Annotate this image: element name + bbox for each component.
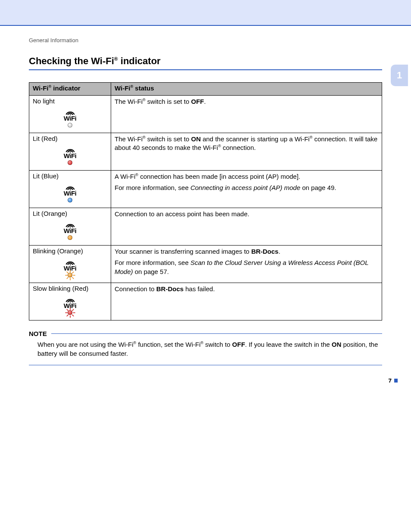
status-cell: Connection to BR-Docs has failed. <box>111 283 382 320</box>
status-cell: Connection to an access point has been m… <box>111 208 382 246</box>
table-row: No lightWiFiThe Wi-Fi® switch is set to … <box>29 96 382 133</box>
wifi-word: WiFi <box>64 190 77 196</box>
table-row: Slow blinking (Red)WiFiConnection to BR-… <box>29 283 382 320</box>
svg-line-15 <box>72 314 73 316</box>
status-cell: A Wi-Fi® connection has been made [in ac… <box>111 171 382 208</box>
wifi-led-icon <box>68 198 72 202</box>
wifi-led-icon <box>68 235 72 240</box>
svg-line-6 <box>72 277 73 278</box>
table-row: Blinking (Orange)WiFiYour scanner is tra… <box>29 246 382 283</box>
indicator-cell: Slow blinking (Red)WiFi <box>29 283 111 320</box>
page-number: 7 <box>388 377 398 383</box>
note-heading-rule <box>51 333 382 334</box>
registered-mark: ® <box>114 56 118 62</box>
chapter-number: 1 <box>397 70 402 81</box>
page-title: Checking the Wi-Fi® indicator <box>29 56 382 67</box>
wifi-icon: WiFi <box>33 220 107 242</box>
svg-line-8 <box>67 277 68 278</box>
table-row: Lit (Red)WiFiThe Wi-Fi® switch is set to… <box>29 133 382 171</box>
wifi-word: WiFi <box>64 115 77 121</box>
indicator-label: Slow blinking (Red) <box>33 285 107 292</box>
svg-line-17 <box>67 314 68 316</box>
heading-text-post: indicator <box>118 56 161 66</box>
heading-rule <box>29 69 382 70</box>
wifi-icon: WiFi <box>33 257 107 279</box>
breadcrumb: General Information <box>29 37 382 44</box>
status-cell: The Wi-Fi® switch is set to OFF. <box>111 96 382 133</box>
svg-line-12 <box>72 272 73 273</box>
wifi-word: WiFi <box>64 227 77 234</box>
indicator-label: Blinking (Orange) <box>33 247 107 255</box>
chapter-side-tab: 1 <box>391 65 408 86</box>
note-title: NOTE <box>29 330 47 337</box>
indicator-cell: Lit (Orange)WiFi <box>29 208 111 246</box>
page-content: 1 General Information Checking the Wi-Fi… <box>29 26 382 383</box>
svg-line-10 <box>67 272 68 273</box>
wifi-icon: WiFi <box>33 107 107 129</box>
indicator-label: Lit (Blue) <box>33 172 107 180</box>
svg-line-19 <box>67 309 68 311</box>
wifi-icon: WiFi <box>33 145 107 167</box>
status-cell: The Wi-Fi® switch is set to ON and the s… <box>111 133 382 171</box>
indicator-label: Lit (Red) <box>33 135 107 142</box>
table-row: Lit (Blue)WiFiA Wi-Fi® connection has be… <box>29 171 382 208</box>
wifi-indicator-table: Wi-Fi® indicator Wi-Fi® status No lightW… <box>29 82 382 320</box>
wifi-led-icon <box>68 160 72 165</box>
note-heading-row: NOTE <box>29 330 382 337</box>
wifi-led-icon <box>68 273 72 277</box>
wifi-icon: WiFi <box>33 182 107 204</box>
status-cell: Your scanner is transferring scanned ima… <box>111 246 382 283</box>
table-row: Lit (Orange)WiFiConnection to an access … <box>29 208 382 246</box>
indicator-cell: Blinking (Orange)WiFi <box>29 246 111 283</box>
wifi-led-icon <box>68 310 72 315</box>
indicator-label: No light <box>33 97 107 105</box>
table-header-status: Wi-Fi® status <box>111 83 382 96</box>
svg-line-21 <box>72 309 73 311</box>
indicator-label: Lit (Orange) <box>33 210 107 217</box>
indicator-cell: Lit (Blue)WiFi <box>29 171 111 208</box>
page-number-bar <box>394 379 398 383</box>
indicator-cell: No lightWiFi <box>29 96 111 133</box>
wifi-icon: WiFi <box>33 295 107 317</box>
heading-text-pre: Checking the Wi-Fi <box>29 56 114 66</box>
page-header-band <box>0 0 411 26</box>
note-block: NOTE When you are not using the Wi-Fi® f… <box>29 330 382 365</box>
table-header-indicator: Wi-Fi® indicator <box>29 83 111 96</box>
note-body: When you are not using the Wi-Fi® functi… <box>29 337 382 365</box>
wifi-led-icon <box>68 123 72 128</box>
indicator-cell: Lit (Red)WiFi <box>29 133 111 171</box>
wifi-word: WiFi <box>64 152 77 159</box>
